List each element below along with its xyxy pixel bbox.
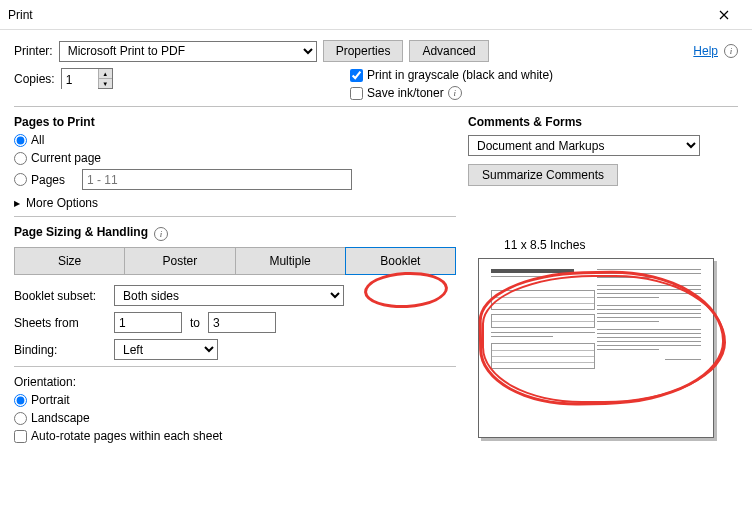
orientation-title: Orientation: (14, 375, 456, 389)
print-preview: 11 x 8.5 Inches (468, 256, 728, 456)
tab-booklet[interactable]: Booklet (345, 247, 456, 275)
sizing-tab-bar: Size Poster Multiple Booklet (14, 247, 456, 275)
comments-title: Comments & Forms (468, 115, 738, 129)
tab-multiple[interactable]: Multiple (235, 247, 345, 275)
copies-input[interactable] (62, 69, 98, 90)
page-sizing-group: Page Sizing & Handling i Size Poster Mul… (14, 225, 456, 360)
preview-paper (478, 258, 714, 438)
pages-range-input (82, 169, 352, 190)
save-ink-checkbox[interactable]: Save ink/toner i (350, 86, 553, 100)
preview-dimensions: 11 x 8.5 Inches (504, 238, 585, 252)
help-link[interactable]: Help (693, 44, 718, 58)
divider (14, 216, 456, 217)
divider (14, 366, 456, 367)
copies-label: Copies: (14, 72, 55, 86)
more-options-toggle[interactable]: ▶ More Options (14, 196, 456, 210)
preview-page-left (491, 269, 595, 427)
tab-size[interactable]: Size (14, 247, 124, 275)
sizing-info-icon[interactable]: i (154, 227, 168, 241)
printer-select[interactable]: Microsoft Print to PDF (59, 41, 317, 62)
binding-label: Binding: (14, 343, 106, 357)
booklet-subset-select[interactable]: Both sides (114, 285, 344, 306)
auto-rotate-checkbox[interactable]: Auto-rotate pages within each sheet (14, 429, 456, 443)
properties-button[interactable]: Properties (323, 40, 404, 62)
comments-select[interactable]: Document and Markups (468, 135, 700, 156)
sheets-to-input[interactable] (208, 312, 276, 333)
pages-to-print-group: Pages to Print All Current page Pages (14, 115, 456, 210)
divider (14, 106, 738, 107)
comments-forms-group: Comments & Forms Document and Markups Su… (468, 115, 738, 186)
pages-range-radio[interactable]: Pages (14, 173, 76, 187)
save-ink-info-icon[interactable]: i (448, 86, 462, 100)
sheets-from-label: Sheets from (14, 316, 106, 330)
spin-up-icon[interactable]: ▲ (99, 69, 112, 79)
printer-label: Printer: (14, 44, 53, 58)
booklet-subset-label: Booklet subset: (14, 289, 106, 303)
pages-title: Pages to Print (14, 115, 456, 129)
chevron-right-icon: ▶ (14, 199, 22, 208)
preview-page-right (597, 269, 701, 427)
grayscale-checkbox[interactable]: Print in grayscale (black and white) (350, 68, 553, 82)
title-bar: Print (0, 0, 752, 30)
tab-poster[interactable]: Poster (124, 247, 234, 275)
help-info-icon[interactable]: i (724, 44, 738, 58)
close-icon (719, 10, 729, 20)
summarize-comments-button[interactable]: Summarize Comments (468, 164, 618, 186)
orientation-portrait-radio[interactable]: Portrait (14, 393, 456, 407)
orientation-landscape-radio[interactable]: Landscape (14, 411, 456, 425)
binding-select[interactable]: Left (114, 339, 218, 360)
sizing-title: Page Sizing & Handling (14, 225, 148, 239)
advanced-button[interactable]: Advanced (409, 40, 488, 62)
sheets-from-input[interactable] (114, 312, 182, 333)
pages-current-radio[interactable]: Current page (14, 151, 456, 165)
copies-spinbox[interactable]: ▲ ▼ (61, 68, 113, 89)
window-title: Print (8, 8, 33, 22)
spin-down-icon[interactable]: ▼ (99, 79, 112, 88)
pages-all-radio[interactable]: All (14, 133, 456, 147)
orientation-group: Orientation: Portrait Landscape Auto-rot… (14, 375, 456, 443)
close-button[interactable] (704, 1, 744, 29)
sheets-to-label: to (190, 316, 200, 330)
